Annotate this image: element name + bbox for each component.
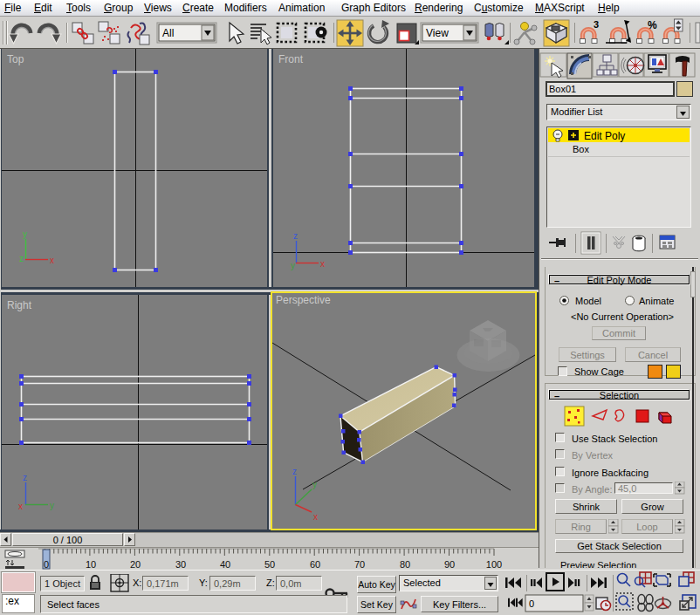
svg-text:y: y [50, 501, 54, 510]
svg-text:z: z [19, 254, 24, 263]
svg-text:y: y [312, 480, 317, 489]
svg-text:3: 3 [594, 19, 599, 30]
svg-text:All: All [162, 27, 174, 39]
svg-text:y: y [291, 261, 295, 270]
svg-text:x: x [313, 512, 318, 522]
svg-text:20: 20 [130, 559, 141, 570]
svg-text:40: 40 [220, 559, 230, 570]
svg-text:View: View [426, 27, 449, 39]
svg-text:%: % [648, 19, 657, 31]
svg-text:y: y [23, 229, 27, 239]
svg-text:0: 0 [529, 598, 534, 609]
svg-text:30: 30 [175, 559, 186, 570]
svg-text:50: 50 [264, 559, 275, 570]
svg-text:90: 90 [444, 559, 455, 570]
svg-text:Edit Poly: Edit Poly [584, 130, 625, 142]
svg-text:x: x [320, 259, 325, 269]
svg-text:0: 0 [44, 559, 49, 570]
svg-text:z: z [23, 473, 27, 482]
svg-text:60: 60 [310, 559, 320, 570]
svg-text:100: 100 [486, 559, 502, 570]
svg-text:z: z [293, 231, 298, 241]
svg-text:x: x [18, 502, 23, 511]
svg-text:80: 80 [400, 559, 410, 570]
svg-text:Perspective: Perspective [276, 294, 331, 306]
svg-text:10: 10 [86, 559, 96, 570]
svg-text:x: x [50, 256, 54, 265]
svg-text:z: z [292, 467, 297, 476]
svg-text:70: 70 [354, 559, 365, 570]
